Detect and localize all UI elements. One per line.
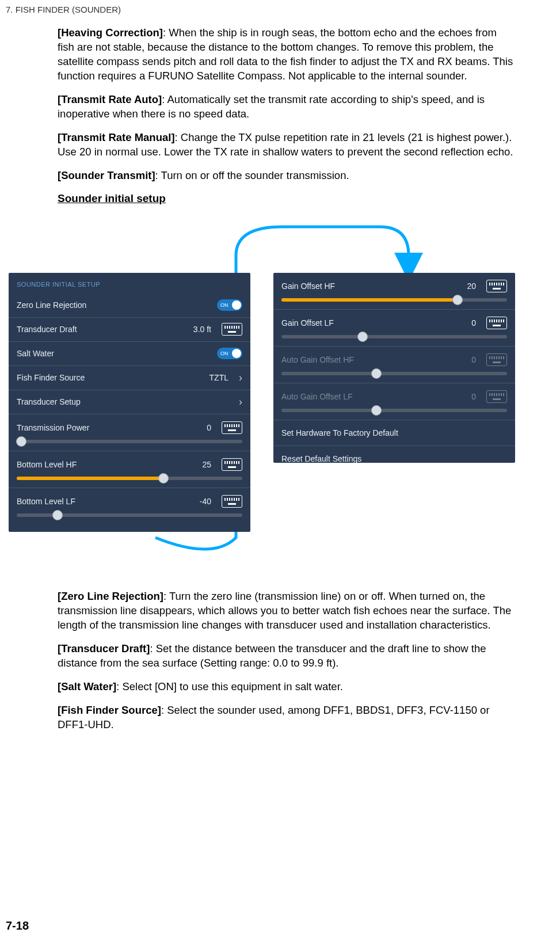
panel-sounder-initial-setup: SOUNDER INITIAL SETUP Zero Line Rejectio…: [9, 273, 250, 532]
para-heaving: [Heaving Correction]: When the ship is i…: [58, 26, 514, 83]
slider-track: [281, 409, 507, 412]
slider-thumb[interactable]: [158, 473, 169, 484]
row-label: Gain Offset LF: [281, 318, 334, 328]
para-txmanual: [Transmit Rate Manual]: Change the TX pu…: [58, 131, 514, 159]
row-label: Fish Finder Source: [17, 373, 85, 382]
panel-left-header: SOUNDER INITIAL SETUP: [9, 273, 250, 294]
para-sounder-transmit: [Sounder Transmit]: Turn on or off the s…: [58, 169, 514, 183]
para-salt-water: [Salt Water]: Select [ON] to use this eq…: [58, 680, 514, 694]
slider-thumb[interactable]: [357, 332, 368, 342]
row-reset-default-settings[interactable]: Reset Default Settings: [273, 446, 515, 463]
row-label: Transducer Setup: [17, 397, 81, 406]
keyboard-icon[interactable]: [222, 458, 242, 471]
value-text: 0: [471, 355, 476, 364]
row-bottom-level-hf[interactable]: Bottom Level HF 25: [9, 451, 250, 488]
page-number: 7-18: [6, 919, 29, 932]
para-transducer-draft: [Transducer Draft]: Set the distance bet…: [58, 642, 514, 671]
row-zero-line-rejection[interactable]: Zero Line Rejection ON: [9, 294, 250, 318]
value-text: -40: [200, 497, 211, 506]
keyboard-icon[interactable]: [222, 323, 242, 336]
chevron-right-icon: ›: [239, 396, 242, 408]
panel-sounder-continued: Gain Offset HF 20 Gain Offset LF 0: [273, 273, 515, 463]
row-gain-offset-lf[interactable]: Gain Offset LF 0: [273, 310, 515, 347]
keyboard-icon[interactable]: [222, 495, 242, 508]
slider-track[interactable]: [17, 513, 242, 517]
value-text: 20: [467, 281, 476, 291]
slider-track[interactable]: [17, 477, 242, 480]
row-label: Salt Water: [17, 349, 54, 358]
row-transducer-draft[interactable]: Transducer Draft 3.0 ft: [9, 318, 250, 342]
slider-thumb: [371, 368, 382, 379]
subheading-sounder-initial: Sounder initial setup: [58, 192, 514, 205]
row-fish-finder-source[interactable]: Fish Finder Source TZTL ›: [9, 366, 250, 390]
slider-track[interactable]: [17, 440, 242, 443]
row-label: Transducer Draft: [17, 325, 77, 334]
keyboard-icon: [486, 353, 507, 366]
chevron-right-icon: ›: [239, 372, 242, 384]
value-text: 0: [471, 318, 476, 328]
value-text: TZTL: [209, 373, 228, 382]
row-label: Bottom Level HF: [17, 460, 77, 469]
row-label: Gain Offset HF: [281, 281, 335, 291]
row-transmission-power[interactable]: Transmission Power 0: [9, 414, 250, 451]
keyboard-icon[interactable]: [222, 421, 242, 434]
keyboard-icon[interactable]: [486, 280, 507, 292]
slider-thumb[interactable]: [52, 510, 63, 520]
row-salt-water[interactable]: Salt Water ON: [9, 342, 250, 366]
slider-track[interactable]: [281, 335, 507, 338]
para-zero-line: [Zero Line Rejection]: Turn the zero lin…: [58, 589, 514, 633]
row-set-hardware-factory-default[interactable]: Set Hardware To Factory Default: [273, 420, 515, 446]
slider-track[interactable]: [281, 298, 507, 302]
slider-thumb[interactable]: [16, 436, 26, 447]
keyboard-icon: [486, 390, 507, 403]
para-txauto: [Transmit Rate Auto]: Automatically set …: [58, 93, 514, 121]
slider-thumb: [371, 405, 382, 416]
value-text: 3.0 ft: [193, 325, 211, 334]
chapter-header: 7. FISH FINDER (SOUNDER): [0, 0, 560, 14]
value-text: 0: [471, 392, 476, 401]
row-gain-offset-hf[interactable]: Gain Offset HF 20: [273, 273, 515, 310]
value-text: 25: [202, 460, 211, 469]
para-fish-finder-source: [Fish Finder Source]: Select the sounder…: [58, 703, 514, 732]
row-bottom-level-lf[interactable]: Bottom Level LF -40: [9, 488, 250, 525]
toggle-on-icon[interactable]: ON: [217, 299, 242, 311]
row-transducer-setup[interactable]: Transducer Setup ›: [9, 390, 250, 414]
row-label: Auto Gain Offset LF: [281, 392, 352, 401]
main-content: [Heaving Correction]: When the ship is i…: [0, 14, 560, 732]
row-auto-gain-offset-hf: Auto Gain Offset HF 0: [273, 347, 515, 383]
row-auto-gain-offset-lf: Auto Gain Offset LF 0: [273, 383, 515, 420]
slider-track: [281, 372, 507, 375]
row-label: Transmission Power: [17, 423, 89, 432]
figure-sounder-setup: SOUNDER INITIAL SETUP Zero Line Rejectio…: [58, 215, 514, 572]
keyboard-icon[interactable]: [486, 317, 507, 329]
row-label: Bottom Level LF: [17, 497, 75, 506]
toggle-on-icon[interactable]: ON: [217, 348, 242, 359]
row-label: Zero Line Rejection: [17, 300, 86, 310]
row-label: Auto Gain Offset HF: [281, 355, 354, 364]
value-text: 0: [207, 423, 211, 432]
slider-thumb[interactable]: [452, 295, 463, 305]
